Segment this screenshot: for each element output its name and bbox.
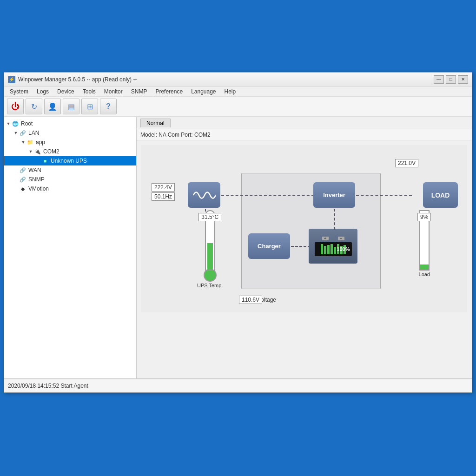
main-window: ⚡ Winpower Manager 5.6.0.5 -- app (Read … [4, 72, 472, 393]
help-icon: ? [106, 102, 111, 111]
tree-item-ups[interactable]: ■ Unknown UPS [4, 156, 136, 165]
tree-label-wan: WAN [28, 167, 41, 173]
user-icon: 👤 [48, 102, 57, 111]
grid-button[interactable]: ⊞ [81, 99, 98, 114]
model-bar: Model: NA Com Port: COM2 [137, 129, 472, 140]
menu-tools[interactable]: Tools [79, 86, 99, 96]
app-folder-icon: 📁 [26, 139, 34, 146]
minimize-button[interactable]: — [434, 75, 444, 84]
menu-system[interactable]: System [6, 86, 32, 96]
tree-label-root: Root [21, 120, 33, 127]
expand-app: ▼ [21, 140, 26, 145]
thermometer-container: 31.5°C UPS Temp. [197, 210, 223, 288]
tree-label-vmotion: VMotion [28, 185, 49, 192]
app-icon: ⚡ [8, 76, 15, 83]
snmp-icon: 🔗 [19, 176, 26, 183]
tree-item-root[interactable]: ▼ 🌐 Root [4, 119, 136, 128]
expand-ups [36, 159, 40, 163]
tree-item-wan[interactable]: 🔗 WAN [4, 165, 136, 175]
negative-terminal: – [338, 237, 344, 240]
output-voltage: 221.0V [398, 160, 416, 166]
status-tab[interactable]: Normal [140, 119, 171, 127]
menubar: System Logs Device Tools Monitor SNMP Pr… [4, 86, 472, 97]
tree-label-lan: LAN [28, 130, 39, 136]
battery-voltage-row: Battery voltage 110.6V [239, 297, 276, 303]
load-bar-container: 9% Load [419, 210, 430, 277]
window-title: Winpower Manager 5.6.0.5 -- app (Read on… [18, 76, 137, 83]
user-button[interactable]: 👤 [44, 99, 61, 114]
thermo-bulb [204, 269, 217, 282]
temp-label: UPS Temp. [197, 283, 223, 288]
wan-icon: 🔗 [19, 166, 26, 174]
toolbar: ⏻ ↻ 👤 ▤ ⊞ ? [4, 97, 472, 117]
menu-monitor[interactable]: Monitor [100, 86, 126, 96]
line-charger-to-battery [291, 246, 311, 247]
maximize-button[interactable]: □ [446, 75, 456, 84]
close-button[interactable]: ✕ [458, 75, 468, 84]
refresh-button[interactable]: ↻ [26, 99, 42, 114]
status-bar-bottom: 2020/09/18 14:15:52 Start Agent [4, 378, 472, 392]
tree-item-lan[interactable]: ▼ 🔗 LAN [4, 128, 136, 138]
inverter-box: Inverter [313, 182, 355, 208]
load-pct: 9% [420, 214, 428, 220]
tree-item-vmotion[interactable]: ◆ VMotion [4, 184, 136, 193]
battery-terminals: + – [322, 237, 344, 240]
help-button[interactable]: ? [100, 99, 117, 114]
expand-root: ▼ [6, 121, 11, 126]
load-label: Load [419, 271, 430, 277]
line-inverter-to-load [356, 195, 412, 196]
tree-item-com2[interactable]: ▼ 🔌 COM2 [4, 147, 136, 156]
load-box: LOAD [423, 182, 458, 208]
input-voltage-box: 222.4V [152, 183, 175, 192]
charger-box: Charger [248, 233, 290, 259]
input-freq-box: 50.1Hz [152, 192, 175, 201]
status-tab-bar: Normal [137, 117, 472, 129]
load-pct-box: 9% [417, 213, 431, 221]
list-button[interactable]: ▤ [63, 99, 79, 114]
battery-voltage-value: 110.6V [242, 297, 259, 303]
battery-box: + – [309, 229, 357, 264]
inverter-label: Inverter [323, 192, 345, 198]
tree-label-snmp: SNMP [28, 176, 45, 183]
refresh-icon: ↻ [31, 102, 37, 111]
tree-item-app[interactable]: ▼ 📁 app [4, 138, 136, 147]
sidebar: ▼ 🌐 Root ▼ 🔗 LAN ▼ 📁 app ▼ [4, 117, 137, 378]
lan-icon: 🔗 [19, 129, 26, 137]
diagram-container: 222.4V 50.1Hz [141, 145, 467, 312]
menu-language[interactable]: Language [187, 86, 219, 96]
load-bar-fill [420, 264, 429, 270]
wave-box [188, 182, 220, 208]
title-bar-left: ⚡ Winpower Manager 5.6.0.5 -- app (Read … [8, 76, 137, 83]
temp-value: 31.5°C [201, 214, 218, 220]
expand-vmotion [13, 186, 18, 191]
menu-logs[interactable]: Logs [33, 86, 53, 96]
power-icon: ⏻ [11, 102, 20, 112]
positive-terminal: + [322, 237, 329, 240]
bar-4 [331, 244, 333, 254]
expand-lan: ▼ [13, 131, 18, 135]
menu-preference[interactable]: Preference [152, 86, 186, 96]
menu-device[interactable]: Device [53, 86, 78, 96]
diagram-area: 222.4V 50.1Hz [137, 140, 472, 378]
input-voltage: 222.4V [154, 184, 172, 191]
menu-snmp[interactable]: SNMP [127, 86, 151, 96]
line-wave-to-inverter [221, 195, 314, 196]
line-inverter-to-battery-v [334, 209, 335, 230]
tree-item-snmp[interactable]: 🔗 SNMP [4, 175, 136, 184]
menu-help[interactable]: Help [221, 86, 240, 96]
grid-icon: ⊞ [87, 102, 93, 111]
ups-icon: ■ [41, 157, 49, 165]
battery-level-display: 100% [315, 242, 352, 256]
battery-percent: 100% [337, 246, 350, 252]
power-button[interactable]: ⏻ [7, 99, 24, 114]
expand-com2: ▼ [28, 149, 33, 154]
status-message: 2020/09/18 14:15:52 Start Agent [8, 383, 88, 389]
bar-3 [327, 245, 330, 254]
temp-value-box: 31.5°C [198, 213, 221, 221]
expand-wan [13, 168, 18, 172]
battery-voltage-value-box: 110.6V [239, 296, 262, 304]
input-freq: 50.1Hz [154, 193, 172, 200]
com2-icon: 🔌 [34, 148, 41, 155]
main-panel: Normal Model: NA Com Port: COM2 222.4V [137, 117, 472, 378]
root-icon: 🌐 [12, 120, 19, 127]
